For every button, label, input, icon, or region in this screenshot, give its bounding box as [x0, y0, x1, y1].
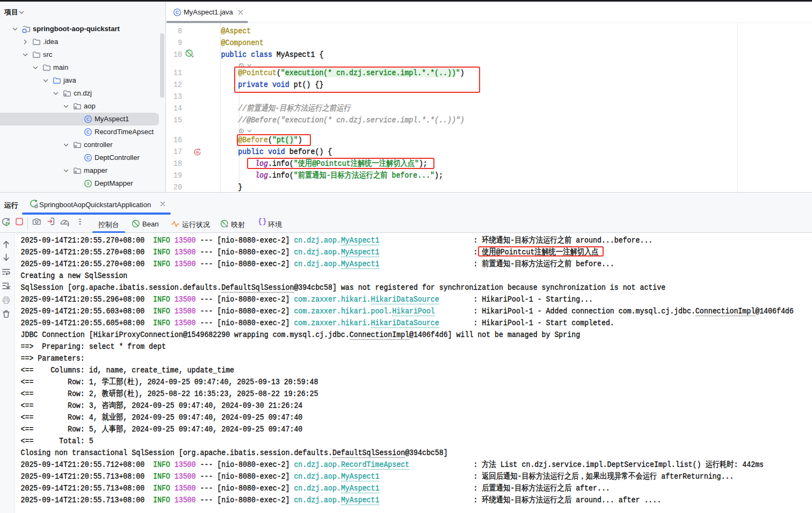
svg-text:m: m: [195, 150, 199, 155]
svg-text:C: C: [86, 129, 90, 135]
svg-text:C: C: [176, 10, 179, 15]
svg-text:C: C: [86, 116, 90, 122]
svg-text:C: C: [86, 155, 90, 160]
svg-text:I: I: [88, 181, 89, 186]
